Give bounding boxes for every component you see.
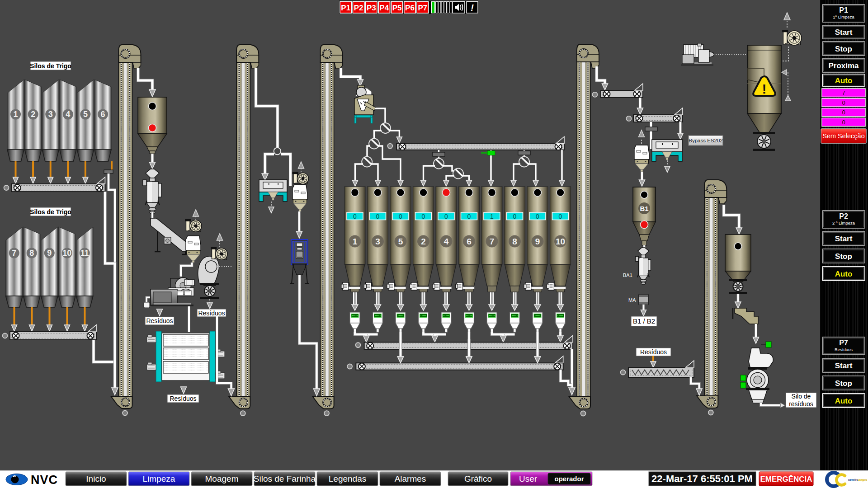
svg-text:10: 10 <box>62 249 71 258</box>
svg-text:Resíduos: Resíduos <box>835 347 853 352</box>
svg-text:1: 1 <box>353 237 358 246</box>
svg-text:10: 10 <box>556 237 565 246</box>
svg-text:Legendas: Legendas <box>329 474 366 483</box>
svg-text:Stop: Stop <box>835 252 852 261</box>
svg-text:Resíduos: Resíduos <box>170 395 196 402</box>
svg-text:P4: P4 <box>379 4 389 12</box>
svg-text:EMERGÊNCIA: EMERGÊNCIA <box>760 475 812 483</box>
svg-text:P2: P2 <box>839 212 848 220</box>
svg-text:carneirocampos: carneirocampos <box>848 478 867 482</box>
svg-text:resíduos: resíduos <box>789 400 813 408</box>
svg-text:0: 0 <box>422 213 425 220</box>
svg-text:8: 8 <box>512 237 517 246</box>
svg-text:Auto: Auto <box>835 270 853 278</box>
svg-text:Silos de Trigo: Silos de Trigo <box>30 208 71 216</box>
svg-text:0: 0 <box>513 213 517 220</box>
svg-text:Alarmes: Alarmes <box>395 474 426 483</box>
svg-text:22-Mar-17 6:55:01 PM: 22-Mar-17 6:55:01 PM <box>651 473 753 484</box>
svg-text:7: 7 <box>12 249 16 258</box>
svg-text:1: 1 <box>490 213 494 220</box>
svg-text:5: 5 <box>83 110 88 119</box>
svg-text:3: 3 <box>375 237 380 246</box>
svg-text:1: 1 <box>14 110 18 119</box>
svg-text:Sem Selecção: Sem Selecção <box>822 132 865 140</box>
svg-text:Bypass ES202: Bypass ES202 <box>689 138 722 143</box>
svg-text:Stop: Stop <box>835 379 852 388</box>
svg-text:BA1: BA1 <box>623 272 632 278</box>
svg-text:Silo de: Silo de <box>792 393 811 400</box>
svg-text:Resíduos: Resíduos <box>198 310 225 317</box>
svg-text:5: 5 <box>398 237 403 246</box>
svg-text:0: 0 <box>559 213 562 220</box>
svg-text:6: 6 <box>101 110 105 119</box>
svg-text:7: 7 <box>490 237 495 246</box>
svg-text:P3: P3 <box>367 4 376 12</box>
svg-text:Resíduos: Resíduos <box>640 348 667 356</box>
svg-text:User: User <box>519 474 538 483</box>
svg-text:9: 9 <box>47 249 52 258</box>
svg-text:operador: operador <box>554 475 584 483</box>
svg-text:Gráfico: Gráfico <box>464 474 492 483</box>
svg-text:6: 6 <box>467 237 472 246</box>
svg-text:B1: B1 <box>640 205 648 212</box>
svg-text:!: ! <box>471 2 474 13</box>
svg-text:P7: P7 <box>839 339 848 347</box>
svg-text:11: 11 <box>80 249 89 258</box>
svg-text:1ª Limpeza: 1ª Limpeza <box>833 14 854 19</box>
svg-text:NVC: NVC <box>31 473 58 487</box>
svg-text:0: 0 <box>467 213 471 220</box>
svg-text:Limpeza: Limpeza <box>143 474 175 483</box>
svg-text:3: 3 <box>48 110 53 119</box>
svg-text:P5: P5 <box>392 4 402 12</box>
svg-text:4: 4 <box>444 237 449 246</box>
svg-text:!: ! <box>762 81 767 96</box>
svg-text:Silos de Trigo: Silos de Trigo <box>30 62 71 70</box>
svg-text:Silos de Farinha: Silos de Farinha <box>254 474 316 483</box>
svg-text:Auto: Auto <box>835 397 853 405</box>
svg-text:MA: MA <box>628 297 636 303</box>
svg-text:0: 0 <box>842 109 845 116</box>
svg-text:Auto: Auto <box>835 76 853 85</box>
svg-text:Start: Start <box>835 235 853 243</box>
svg-text:P1: P1 <box>839 6 848 14</box>
svg-text:2 ª Limpeza: 2 ª Limpeza <box>832 221 855 225</box>
svg-text:0: 0 <box>353 213 357 220</box>
svg-text:P2: P2 <box>354 4 363 12</box>
svg-text:Resíduos: Resíduos <box>146 317 173 324</box>
svg-text:0: 0 <box>399 213 402 220</box>
svg-text:Moagem: Moagem <box>205 474 239 483</box>
svg-text:0: 0 <box>376 213 380 220</box>
svg-text:B1 / B2: B1 / B2 <box>633 317 655 325</box>
svg-text:2: 2 <box>31 110 35 119</box>
svg-text:Start: Start <box>835 28 853 37</box>
svg-text:0: 0 <box>842 119 845 126</box>
svg-text:7: 7 <box>842 89 845 96</box>
svg-text:9: 9 <box>535 237 540 246</box>
svg-text:4: 4 <box>66 110 70 119</box>
svg-text:P7: P7 <box>418 4 427 12</box>
svg-text:Start: Start <box>835 361 853 370</box>
svg-text:0: 0 <box>444 213 448 220</box>
svg-text:8: 8 <box>29 249 34 258</box>
svg-text:Proxima: Proxima <box>828 61 859 70</box>
svg-text:0: 0 <box>842 99 845 106</box>
svg-text:Inicio: Inicio <box>86 474 106 483</box>
svg-text:P6: P6 <box>405 4 415 12</box>
svg-text:0: 0 <box>536 213 539 220</box>
svg-text:Stop: Stop <box>835 45 852 53</box>
svg-text:2: 2 <box>421 237 426 246</box>
svg-text:P1: P1 <box>341 4 350 12</box>
